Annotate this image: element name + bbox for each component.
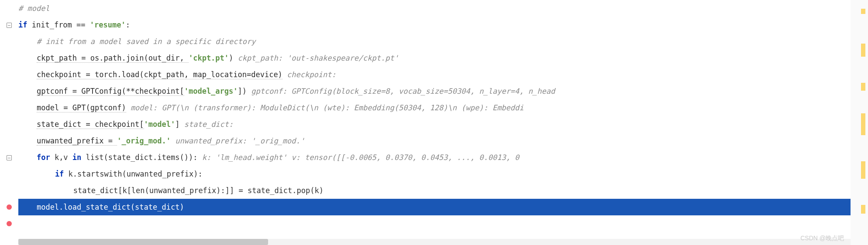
minimap[interactable] bbox=[851, 0, 868, 245]
gutter-row bbox=[0, 33, 18, 50]
code-line[interactable]: if k.startswith(unwanted_prefix): bbox=[18, 166, 868, 182]
code-line[interactable]: ckpt_path = os.path.join(out_dir, 'ckpt.… bbox=[18, 50, 868, 66]
minimap-marker[interactable] bbox=[861, 161, 865, 179]
breakpoint-icon[interactable] bbox=[0, 215, 18, 232]
fold-icon[interactable] bbox=[0, 149, 18, 166]
breakpoint-icon[interactable] bbox=[0, 199, 18, 215]
code-line[interactable]: model = GPT(gptconf) model: GPT(\n (tran… bbox=[18, 99, 868, 116]
code-line[interactable]: checkpoint = torch.load(ckpt_path, map_l… bbox=[18, 66, 868, 83]
gutter[interactable] bbox=[0, 0, 18, 232]
code-editor[interactable]: # model if init_from == 'resume': # init… bbox=[0, 0, 868, 232]
minimap-marker[interactable] bbox=[861, 9, 865, 14]
fold-icon[interactable] bbox=[0, 17, 18, 33]
gutter-row bbox=[0, 99, 18, 116]
horizontal-scrollbar[interactable] bbox=[18, 239, 851, 245]
minimap-marker[interactable] bbox=[861, 83, 865, 91]
code-area[interactable]: # model if init_from == 'resume': # init… bbox=[18, 0, 868, 232]
current-line[interactable]: model.load_state_dict(state_dict) bbox=[18, 199, 868, 215]
code-line[interactable] bbox=[18, 215, 868, 232]
gutter-row bbox=[0, 133, 18, 149]
minimap-marker[interactable] bbox=[861, 44, 865, 57]
scrollbar-thumb[interactable] bbox=[18, 239, 268, 245]
gutter-row bbox=[0, 50, 18, 66]
watermark: CSDN @晚点吧 bbox=[800, 235, 844, 242]
gutter-row bbox=[0, 83, 18, 99]
gutter-row bbox=[0, 182, 18, 199]
code-line[interactable]: state_dict[k[len(unwanted_prefix):]] = s… bbox=[18, 182, 868, 199]
minimap-marker[interactable] bbox=[861, 113, 865, 135]
code-line[interactable]: state_dict = checkpoint['model'] state_d… bbox=[18, 116, 868, 133]
gutter-row bbox=[0, 166, 18, 182]
minimap-marker[interactable] bbox=[861, 205, 865, 214]
code-line[interactable]: # init from a model saved in a specific … bbox=[18, 33, 868, 50]
code-line[interactable]: # model bbox=[18, 0, 868, 17]
gutter-row bbox=[0, 0, 18, 17]
code-line[interactable]: unwanted_prefix = '_orig_mod.' unwanted_… bbox=[18, 133, 868, 149]
gutter-row bbox=[0, 116, 18, 133]
gutter-row bbox=[0, 66, 18, 83]
code-line[interactable]: if init_from == 'resume': bbox=[18, 17, 868, 33]
code-line[interactable]: gptconf = GPTConfig(**checkpoint['model_… bbox=[18, 83, 868, 99]
code-line[interactable]: for k,v in list(state_dict.items()): k: … bbox=[18, 149, 868, 166]
